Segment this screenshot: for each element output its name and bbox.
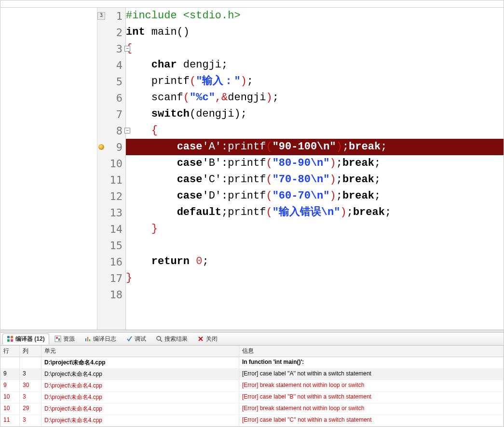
message-cell-info: [Error] break statement not within loop …: [239, 403, 504, 414]
line-number: 7: [97, 106, 125, 122]
svg-rect-0: [7, 336, 10, 338]
tab-debug[interactable]: 调试: [122, 334, 150, 345]
line-number: 6: [97, 90, 125, 106]
fold-toggle-icon[interactable]: −: [124, 128, 130, 133]
svg-rect-5: [56, 337, 58, 339]
code-line[interactable]: case'D':printf("60-70\n");break;: [126, 188, 504, 204]
error-marker-icon[interactable]: [98, 144, 104, 150]
ide-window: 1323−45678−9101112131415161718 #include …: [0, 0, 504, 427]
col-info[interactable]: 信息: [239, 346, 504, 357]
message-cell-info: In function 'int main()':: [239, 357, 504, 368]
code-editor[interactable]: 1323−45678−9101112131415161718 #include …: [97, 8, 504, 330]
line-number: 14: [97, 221, 125, 237]
tab-compile-log-label: 编译日志: [93, 335, 116, 343]
editor-area: 1323−45678−9101112131415161718 #include …: [0, 8, 504, 330]
tab-compiler-label: 编译器 (12): [15, 335, 45, 343]
line-number: 3−: [97, 40, 125, 57]
line-number: 12: [97, 188, 125, 204]
message-cell-info: [Error] case label ''B'' not within a sw…: [239, 392, 504, 403]
line-number: 16: [97, 254, 125, 270]
line-number: 2: [97, 24, 125, 40]
line-number: 18: [97, 286, 125, 303]
output-tabs: 编译器 (12) 资源 编译日志 调试 搜索结果: [0, 333, 504, 346]
tab-compiler[interactable]: 编译器 (12): [2, 334, 49, 345]
message-cell-info: [Error] break statement not within loop …: [239, 380, 504, 391]
line-number: 5: [97, 73, 125, 90]
message-cell-line: 10: [0, 403, 20, 414]
code-line[interactable]: case'A':printf("90-100\n");break;: [126, 139, 504, 155]
code-text-area[interactable]: #include <stdio.h>int main(){ char dengj…: [126, 8, 504, 330]
tab-resources[interactable]: 资源: [50, 334, 79, 345]
code-line[interactable]: #include <stdio.h>: [126, 8, 504, 24]
code-line[interactable]: }: [126, 221, 504, 237]
code-line[interactable]: {: [126, 40, 504, 57]
code-line[interactable]: [126, 286, 504, 303]
col-line[interactable]: 行: [0, 346, 20, 357]
messages-header: 行 列 单元 信息: [0, 346, 504, 357]
message-cell-col: 29: [20, 403, 41, 414]
tab-close[interactable]: 关闭: [193, 334, 222, 345]
svg-rect-3: [11, 339, 13, 342]
message-cell-line: 9: [0, 369, 20, 380]
message-row[interactable]: D:\project\未命名4.cppIn function 'int main…: [0, 357, 504, 369]
code-line[interactable]: {: [126, 122, 504, 139]
message-row[interactable]: 1029D:\project\未命名4.cpp[Error] break sta…: [0, 403, 504, 415]
col-col[interactable]: 列: [20, 346, 41, 357]
line-number: 17: [97, 270, 125, 286]
code-line[interactable]: default;printf("输入错误\n");break;: [126, 204, 504, 221]
message-cell-info: [Error] case label ''A'' not within a sw…: [239, 369, 504, 380]
message-cell-unit: D:\project\未命名4.cpp: [41, 380, 239, 391]
svg-rect-6: [58, 338, 60, 341]
tab-search-results[interactable]: 搜索结果: [151, 334, 192, 345]
message-row[interactable]: 93D:\project\未命名4.cpp[Error] case label …: [0, 369, 504, 380]
col-unit[interactable]: 单元: [41, 346, 239, 357]
line-number: 9: [97, 139, 125, 155]
svg-rect-7: [85, 338, 86, 341]
line-number: 13: [97, 204, 125, 221]
message-cell-unit: D:\project\未命名4.cpp: [41, 392, 239, 403]
line-number: 10: [97, 155, 125, 172]
line-number: 13: [97, 8, 125, 24]
fold-toggle-icon[interactable]: −: [124, 46, 130, 52]
line-number: 8−: [97, 122, 125, 139]
code-line[interactable]: }: [126, 270, 504, 286]
message-cell-line: [0, 357, 20, 368]
toolbar-placeholder: [0, 0, 504, 8]
code-line[interactable]: switch(dengji);: [126, 106, 504, 122]
svg-rect-2: [7, 339, 10, 342]
tab-debug-label: 调试: [135, 335, 146, 343]
message-cell-unit: D:\project\未命名4.cpp: [41, 369, 239, 380]
message-cell-col: 3: [20, 392, 41, 403]
line-number-gutter: 1323−45678−9101112131415161718: [97, 8, 126, 330]
line-number: 4: [97, 57, 125, 73]
compile-log-icon: [84, 335, 91, 342]
message-row[interactable]: 930D:\project\未命名4.cpp[Error] break stat…: [0, 380, 504, 392]
left-side-panel: [0, 8, 97, 330]
message-cell-info: [Error] case label ''C'' not within a sw…: [239, 415, 504, 426]
code-line[interactable]: case'C':printf("70-80\n");break;: [126, 172, 504, 188]
message-cell-line: 9: [0, 380, 20, 391]
message-cell-unit: D:\project\未命名4.cpp: [41, 403, 239, 414]
code-line[interactable]: case'B':printf("80-90\n");break;: [126, 155, 504, 172]
code-line[interactable]: scanf("%c",&dengji);: [126, 90, 504, 106]
code-line[interactable]: [126, 237, 504, 254]
message-cell-col: 3: [20, 415, 41, 426]
compiler-icon: [7, 335, 14, 342]
compiler-messages: 行 列 单元 信息 D:\project\未命名4.cppIn function…: [0, 346, 504, 427]
svg-rect-1: [11, 336, 13, 338]
code-line[interactable]: int main(): [126, 24, 504, 40]
svg-line-11: [160, 340, 162, 342]
bookmark-icon[interactable]: 3: [97, 12, 105, 20]
line-number: 15: [97, 237, 125, 254]
svg-rect-9: [89, 339, 90, 341]
message-cell-unit: D:\project\未命名4.cpp: [41, 415, 239, 426]
code-line[interactable]: return 0;: [126, 254, 504, 270]
message-row[interactable]: 103D:\project\未命名4.cpp[Error] case label…: [0, 392, 504, 403]
code-line[interactable]: char dengji;: [126, 57, 504, 73]
tab-compile-log[interactable]: 编译日志: [80, 334, 121, 345]
line-number: 11: [97, 172, 125, 188]
code-line[interactable]: printf("输入：");: [126, 73, 504, 90]
message-row[interactable]: 113D:\project\未命名4.cpp[Error] case label…: [0, 415, 504, 427]
message-cell-unit: D:\project\未命名4.cpp: [41, 357, 239, 368]
message-cell-line: 11: [0, 415, 20, 426]
